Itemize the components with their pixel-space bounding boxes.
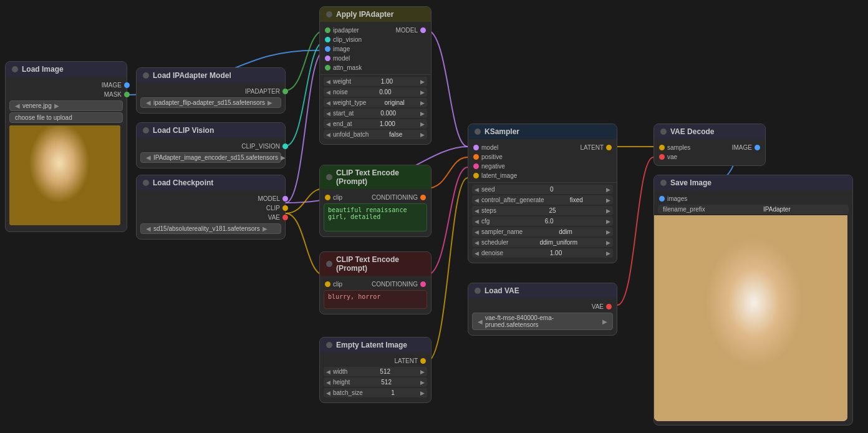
- apply-ipadapter-title: Apply IPAdapter: [336, 10, 393, 19]
- vae-decode-title: VAE Decode: [670, 127, 714, 136]
- vae-in-port[interactable]: [659, 154, 665, 160]
- noise-field: ◀ noise 0.00 ▶: [324, 87, 427, 97]
- ks-positive-row: positive: [468, 152, 617, 162]
- ipadapter-in-port[interactable]: [325, 27, 330, 33]
- images-in-port[interactable]: [659, 196, 665, 202]
- ks-positive-in[interactable]: [473, 154, 479, 160]
- clip-label: CLIP: [266, 205, 280, 212]
- clip-port[interactable]: [282, 205, 288, 211]
- height-field: ◀ height 512 ▶: [324, 377, 427, 387]
- ipadapter-in-row: ipadapter MODEL: [320, 26, 431, 35]
- ipadapter-port[interactable]: [282, 89, 288, 94]
- model-out-port[interactable]: [420, 27, 426, 33]
- load-checkpoint-title: Load Checkpoint: [153, 178, 213, 187]
- image-in-row: image: [320, 44, 431, 54]
- vae-port[interactable]: [282, 215, 288, 220]
- batch-size-field: ◀ batch_size 1 ▶: [324, 388, 427, 397]
- start-at-field: ◀ start_at 0.000 ▶: [324, 109, 427, 118]
- load-clip-vision-node: Load CLIP Vision CLIP_VISION ◀ IPAdapter…: [136, 122, 286, 168]
- clip-vision-in-port[interactable]: [325, 37, 330, 42]
- save-image-header: Save Image: [654, 175, 852, 190]
- clip-text-pos-node: CLIP Text Encode (Prompt) clip CONDITION…: [319, 165, 432, 237]
- load-checkpoint-header: Load Checkpoint: [137, 175, 285, 190]
- file-btn[interactable]: ◀ venere.jpg ▶: [9, 100, 123, 111]
- model-port[interactable]: [282, 196, 288, 202]
- checkpoint-file-btn[interactable]: ◀ sd15/absolutereality_v181.safetensors …: [140, 223, 281, 234]
- ipadapter-file-btn[interactable]: ◀ ipadapter_flip-adapter_sd15.safetensor…: [140, 97, 281, 108]
- samples-in-port[interactable]: [659, 145, 665, 150]
- vae-decode-vae-row: vae: [654, 152, 765, 162]
- image-port[interactable]: [124, 82, 130, 88]
- model-in-port[interactable]: [325, 56, 330, 61]
- ipadapter-file-value: ipadapter_flip-adapter_sd15.safetensors: [153, 99, 265, 106]
- clip-vision-label: CLIP_VISION: [241, 143, 280, 150]
- mask-label: MASK: [104, 91, 122, 98]
- image-label: IMAGE: [102, 82, 122, 89]
- attn-mask-in-port[interactable]: [325, 65, 330, 71]
- load-clip-vision-header: Load CLIP Vision: [137, 123, 285, 138]
- load-clip-vision-title: Load CLIP Vision: [153, 126, 214, 135]
- image-in-port[interactable]: [325, 46, 330, 52]
- node-dot: [326, 11, 332, 17]
- node-dot: [475, 129, 481, 135]
- checkpoint-file-value: sd15/absolutereality_v181.safetensors: [153, 225, 260, 232]
- node-dot: [12, 66, 18, 72]
- attn-mask-in-row: attn_mask: [320, 63, 431, 72]
- latent-out-port[interactable]: [420, 358, 426, 364]
- vae-decode-node: VAE Decode samples IMAGE vae: [653, 124, 766, 166]
- clip-vision-file-value: IPAdapter_image_encoder_sd15.safetensors: [153, 154, 278, 161]
- steps-field: ◀ steps 25 ▶: [472, 206, 613, 215]
- node-dot: [143, 180, 149, 186]
- conditioning-neg-out-port[interactable]: [420, 281, 426, 287]
- vae-out-port[interactable]: [606, 304, 612, 309]
- load-image-node: Load Image IMAGE MASK ◀ venere.jpg ▶ cho…: [5, 61, 127, 232]
- upload-btn[interactable]: choose file to upload: [9, 112, 123, 123]
- apply-ipadapter-node: Apply IPAdapter ipadapter MODEL clip_vis…: [319, 6, 432, 145]
- node-dot: [326, 261, 332, 267]
- ksampler-header: KSampler: [468, 124, 617, 139]
- positive-prompt[interactable]: beautiful renaissance girl, detailed: [324, 203, 427, 231]
- latent-out-row: LATENT: [320, 356, 431, 366]
- empty-latent-title: Empty Latent Image: [336, 341, 407, 349]
- ipadapter-output-row: IPADAPTER: [137, 87, 285, 96]
- clip-text-neg-title: CLIP Text Encode (Prompt): [336, 255, 425, 273]
- ipadapter-label: IPADAPTER: [245, 88, 280, 95]
- node-dot: [660, 180, 667, 186]
- save-image-title: Save Image: [670, 178, 711, 187]
- load-vae-title: Load VAE: [485, 286, 519, 295]
- ks-latent-row: latent_image: [468, 171, 617, 180]
- clip-output-row: CLIP: [137, 203, 285, 213]
- seed-field: ◀ seed 0 ▶: [472, 185, 613, 194]
- upload-label: choose file to upload: [15, 114, 72, 121]
- image-preview: [9, 125, 120, 225]
- ks-model-in[interactable]: [473, 145, 479, 150]
- node-dot: [326, 174, 332, 180]
- node-dot: [660, 129, 667, 135]
- clip-vision-file-btn[interactable]: ◀ IPAdapter_image_encoder_sd15.safetenso…: [140, 152, 281, 163]
- ks-latent-out[interactable]: [606, 145, 612, 150]
- mask-port[interactable]: [124, 92, 130, 97]
- clip-vision-output-row: CLIP_VISION: [137, 142, 285, 151]
- filename-prefix-field: filename_prefix IPAdapter: [658, 205, 849, 214]
- model-in-row: model: [320, 54, 431, 63]
- file-value: venere.jpg: [22, 102, 52, 109]
- negative-prompt[interactable]: blurry, horror: [324, 290, 427, 309]
- mask-output-row: MASK: [6, 90, 127, 99]
- load-ipadapter-title: Load IPAdapter Model: [153, 71, 231, 80]
- image-out-port[interactable]: [755, 145, 760, 150]
- clip-in-port[interactable]: [325, 195, 330, 200]
- clip-text-neg-header: CLIP Text Encode (Prompt): [320, 252, 431, 276]
- clip-vision-port[interactable]: [282, 144, 288, 149]
- ks-negative-in[interactable]: [473, 163, 479, 169]
- ks-latent-in[interactable]: [473, 173, 479, 178]
- vae-file-btn[interactable]: ◀ vae-ft-mse-840000-ema-pruned.safetenso…: [472, 313, 613, 330]
- conditioning-out-port[interactable]: [420, 195, 426, 200]
- clip-neg-in-port[interactable]: [325, 281, 330, 287]
- filename-prefix-value: IPAdapter: [708, 206, 846, 213]
- load-ipadapter-header: Load IPAdapter Model: [137, 68, 285, 83]
- apply-ipadapter-header: Apply IPAdapter: [320, 7, 431, 22]
- vae-output-row: VAE: [137, 213, 285, 222]
- clip-vision-in-row: clip_vision: [320, 35, 431, 44]
- clip-text-pos-header: CLIP Text Encode (Prompt): [320, 165, 431, 189]
- ks-negative-row: negative: [468, 162, 617, 171]
